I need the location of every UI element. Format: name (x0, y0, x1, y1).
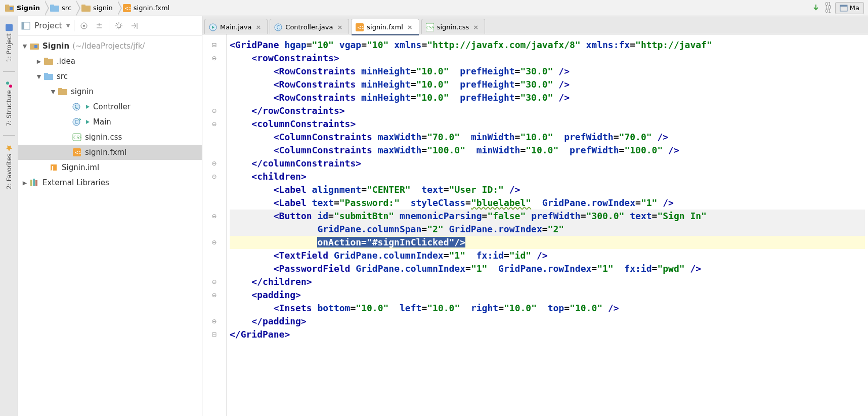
tree-row[interactable]: ▼ signin (18, 84, 202, 99)
editor-tabs: Main.java × C Controller.java × <> signi… (202, 16, 868, 34)
breadcrumb-item[interactable]: signin (76, 1, 118, 16)
editor-tab[interactable]: C Controller.java × (270, 19, 349, 34)
fxml-file-icon: <> (123, 4, 131, 12)
tab-label: Controller.java (285, 23, 333, 31)
fold-icon[interactable]: ⊖ (202, 210, 226, 223)
fold-icon[interactable]: ⊖ (202, 288, 226, 302)
java-run-icon (209, 23, 217, 31)
fold-icon[interactable]: ⊖ (202, 52, 226, 65)
tree-row[interactable]: ▼ src (18, 69, 202, 84)
run-marker-icon (85, 119, 91, 125)
fold-icon[interactable]: ⊖ (202, 170, 226, 183)
breadcrumb-label: Signin (17, 4, 40, 12)
code-editor[interactable]: <GridPane hgap="10" vgap="10" xmlns="htt… (227, 34, 868, 416)
svg-text:<>: <> (357, 25, 364, 30)
fold-icon[interactable]: ⊖ (202, 117, 226, 131)
dropdown-icon[interactable]: ▼ (66, 23, 70, 28)
fold-icon[interactable]: ⊖ (202, 315, 226, 328)
collapse-all-button[interactable] (94, 20, 105, 31)
run-marker-icon (85, 104, 91, 110)
breadcrumb-item[interactable]: Signin (0, 1, 45, 16)
project-tree[interactable]: ▼ Signin (~/IdeaProjects/jfk/ ▶ .idea ▼ … (18, 35, 202, 193)
svg-text:C: C (277, 25, 280, 30)
tree-row-root[interactable]: ▼ Signin (~/IdeaProjects/jfk/ (18, 38, 202, 54)
module-icon (29, 41, 39, 51)
tree-label: signin.fxml (85, 148, 126, 157)
sidebar-tab-favorites[interactable]: 2: Favorites (5, 141, 14, 193)
download-icon[interactable] (811, 4, 821, 13)
svg-text:C: C (75, 104, 79, 110)
svg-rect-15 (22, 22, 24, 29)
editor-area: Main.java × C Controller.java × <> signi… (202, 16, 868, 416)
expand-icon[interactable]: ▶ (20, 180, 29, 186)
package-icon (58, 87, 68, 97)
sidebar-tab-structure[interactable]: 7: Structure (5, 77, 14, 130)
tree-row[interactable]: <> signin.fxml (18, 145, 202, 160)
close-icon[interactable]: × (336, 23, 343, 31)
svg-text:<>: <> (74, 150, 81, 155)
tree-label: signin (71, 87, 94, 96)
expand-icon[interactable]: ▼ (20, 43, 29, 50)
close-icon[interactable]: × (406, 23, 414, 31)
window-layout-button[interactable]: Ma (835, 2, 864, 14)
structure-icon (6, 81, 13, 88)
close-icon[interactable]: × (472, 23, 480, 31)
svg-text:C: C (75, 119, 79, 126)
sidebar-tab-project[interactable]: 1: Project (5, 20, 14, 66)
svg-rect-20 (34, 45, 37, 48)
svg-point-13 (6, 81, 9, 85)
project-icon (6, 24, 13, 31)
breadcrumb-label: signin (93, 4, 113, 12)
folder-module-icon (5, 5, 14, 12)
svg-rect-22 (44, 58, 48, 60)
hide-button[interactable] (128, 20, 140, 31)
folder-package-icon (81, 5, 91, 12)
svg-point-17 (83, 25, 85, 27)
svg-text:J: J (51, 165, 54, 172)
editor-tab[interactable]: Main.java × (204, 19, 268, 34)
tree-row[interactable]: CSS signin.css (18, 130, 202, 145)
close-icon[interactable]: × (254, 23, 262, 31)
tree-row[interactable]: C Controller (18, 99, 202, 114)
svg-rect-38 (33, 179, 35, 186)
fold-icon[interactable]: ⊖ (202, 275, 226, 288)
editor-tab[interactable]: <> signin.fxml × (351, 19, 419, 34)
settings-button[interactable] (113, 20, 124, 31)
libraries-icon (29, 178, 39, 188)
breadcrumb-label: signin.fxml (134, 4, 169, 12)
tool-window-bar: 1: Project 7: Structure 2: Favorites (0, 16, 18, 416)
tree-label: .idea (57, 57, 75, 66)
tree-row[interactable]: ▶ External Libraries (18, 175, 202, 190)
breadcrumb-item[interactable]: src (45, 1, 76, 16)
expand-icon[interactable]: ▼ (49, 89, 58, 95)
tree-label: External Libraries (42, 178, 109, 187)
svg-rect-39 (35, 180, 37, 186)
panel-icon (21, 22, 30, 30)
expand-icon[interactable]: ▼ (34, 73, 44, 80)
fold-icon[interactable]: ⊟ (202, 38, 226, 52)
fxml-file-icon: <> (72, 147, 82, 157)
expand-icon[interactable]: ▶ (34, 58, 44, 65)
tree-label: src (57, 72, 68, 81)
svg-rect-24 (44, 73, 48, 75)
tree-label: Controller (93, 102, 131, 111)
scroll-to-source-button[interactable] (78, 20, 90, 31)
tree-row[interactable]: C Main (18, 114, 202, 130)
tree-label: signin.css (85, 133, 122, 142)
fold-icon[interactable]: ⊖ (202, 157, 226, 170)
tree-row[interactable]: J Signin.iml (18, 160, 202, 175)
fold-icon[interactable]: ⊟ (202, 328, 226, 341)
panel-title: Project (34, 21, 62, 30)
svg-point-18 (117, 24, 121, 28)
fold-icon[interactable]: ⊖ (202, 104, 226, 117)
layout-label: Ma (850, 4, 859, 12)
svg-rect-1 (5, 5, 9, 7)
breadcrumb-bar: Signin src signin <> signin.fxml 011001 … (0, 0, 868, 16)
editor-tab[interactable]: CSS signin.css × (421, 19, 485, 34)
fold-icon[interactable]: ⊖ (202, 236, 226, 249)
tree-row[interactable]: ▶ .idea (18, 54, 202, 69)
tree-hint: (~/IdeaProjects/jfk/ (72, 41, 145, 51)
breadcrumb-item[interactable]: <> signin.fxml (118, 1, 175, 16)
svg-point-12 (9, 85, 12, 88)
editor-gutter[interactable]: ⊟ ⊖ ⊖ ⊖ ⊖ ⊖ ⊖ ⊖ ⊖ ⊖ ⊖ ⊟ (202, 34, 227, 416)
